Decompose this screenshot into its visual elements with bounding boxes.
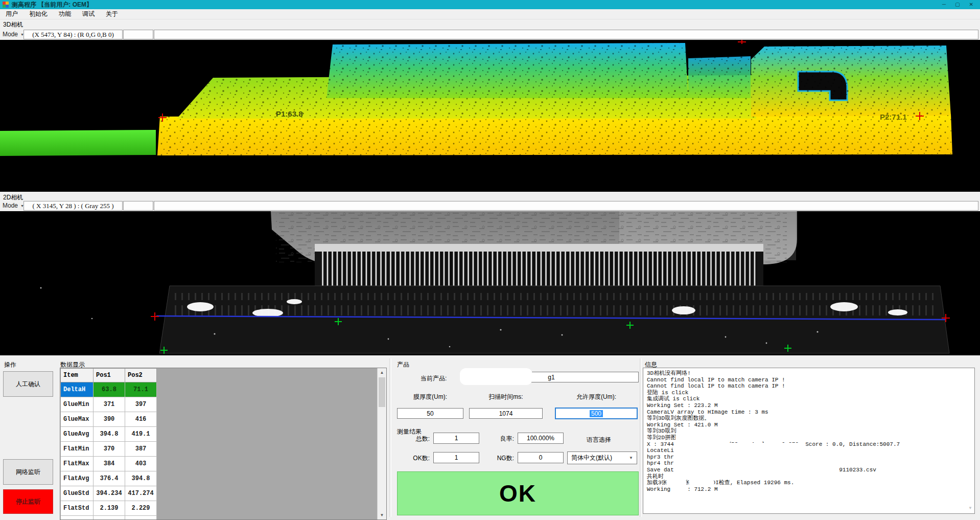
mode-dropdown-2d-label: Mode	[3, 202, 18, 209]
redaction-blob	[460, 368, 532, 385]
camera-3d-view[interactable]: P1:63.8 P2:71.1	[0, 40, 980, 192]
menubar: 用户 初始化 功能 调试 关于	[0, 9, 980, 19]
redaction-blob	[667, 479, 687, 486]
measurement-table: Item Pos1 Pos2 DeltaH 63.8 71.1 GlueMin …	[60, 368, 157, 520]
p2-measure-label: P2:71.1	[880, 112, 907, 121]
allow-thickness-label: 允许厚度(Um):	[555, 393, 638, 401]
redaction-blob	[675, 486, 688, 492]
selected-text: 500	[590, 410, 603, 417]
ok-count-label: OK数:	[401, 454, 430, 463]
redaction-blob	[810, 460, 869, 468]
menu-item-function[interactable]: 功能	[53, 10, 77, 18]
status-box-small-3d	[123, 30, 153, 39]
ng-count-field[interactable]	[518, 452, 564, 463]
table-header-row: Item Pos1 Pos2	[61, 369, 157, 382]
p1-measure-label: P1:63.8	[276, 109, 303, 118]
table-row[interactable]: FlatMin 370 387	[61, 442, 157, 457]
table-row[interactable]: X 2583.5 7966.7	[61, 516, 157, 520]
film-thickness-field[interactable]	[397, 408, 463, 419]
section-divider	[640, 358, 642, 517]
table-row[interactable]: FlatMax 384 403	[61, 457, 157, 471]
result-status-text: OK	[499, 480, 536, 507]
stop-listen-button[interactable]: 停止监听	[3, 489, 53, 514]
yield-field[interactable]	[518, 433, 564, 444]
table-row[interactable]: DeltaH 63.8 71.1	[61, 382, 157, 397]
table-row[interactable]: GlueMax 390 416	[61, 412, 157, 427]
scroll-down-icon[interactable]: ▼	[968, 506, 972, 510]
manual-confirm-button[interactable]: 人工确认	[3, 371, 53, 397]
table-row[interactable]: GlueMin 371 397	[61, 397, 157, 412]
mode-dropdown-2d[interactable]: Mode ▼	[3, 202, 24, 209]
redaction-blob	[691, 479, 714, 486]
status-box-long-3d	[154, 30, 978, 39]
maximize-button[interactable]: ▢	[955, 0, 960, 9]
language-selected-value: 简体中文(默认)	[571, 454, 612, 462]
scroll-up-icon[interactable]: ▲	[378, 368, 386, 377]
heightmap-left-strip	[0, 130, 156, 156]
ng-count-label: NG数:	[484, 454, 514, 463]
application-window: 测高程序 【当前用户: OEM】 ─ ▢ ✕ 用户 初始化 功能 调试 关于 3…	[0, 0, 980, 520]
pixel-status-2d: ( X 3145, Y 28 ) : ( Gray 255 )	[24, 201, 123, 211]
scrollbar-thumb[interactable]	[379, 377, 385, 407]
window-title: 测高程序 【当前用户: OEM】	[12, 1, 92, 9]
language-select-label: 语言选择	[587, 436, 611, 444]
language-select-dropdown[interactable]: 简体中文(默认) ▼	[567, 451, 637, 464]
window-controls: ─ ▢ ✕	[942, 0, 977, 9]
menu-item-user[interactable]: 用户	[0, 10, 24, 18]
menu-item-about[interactable]: 关于	[100, 10, 124, 18]
scan-time-field[interactable]	[469, 408, 543, 419]
status-box-small-2d	[123, 201, 153, 211]
mode-dropdown-3d[interactable]: Mode ▼	[3, 31, 24, 38]
camera-3d-label: 3D相机	[3, 20, 23, 29]
control-area: 操作 人工确认 网络监听 停止监听 数据显示 Item Pos1 Pos2 De…	[0, 355, 980, 520]
section-divider	[389, 358, 391, 517]
network-listen-button[interactable]: 网络监听	[3, 459, 53, 485]
heightmap-3d-image: P1:63.8 P2:71.1	[0, 40, 980, 192]
grayscale-2d-image	[0, 211, 980, 355]
table-row[interactable]: FlatAvg 376.4 394.8	[61, 471, 157, 486]
minimize-button[interactable]: ─	[942, 0, 946, 9]
mode-bar-2d: Mode ▼ ( X 3145, Y 28 ) : ( Gray 255 )	[0, 200, 980, 211]
pixel-status-3d: (X 5473, Y 84) : (R 0,G 0,B 0)	[24, 30, 123, 39]
data-grid[interactable]: Item Pos1 Pos2 DeltaH 63.8 71.1 GlueMin …	[60, 368, 387, 520]
mode-bar-3d: Mode ▼ (X 5473, Y 84) : (R 0,G 0,B 0)	[0, 29, 980, 40]
yield-label: 良率:	[484, 435, 514, 443]
film-thickness-label: 膜厚度(Um):	[397, 393, 463, 401]
log-line: 登陆 is click	[647, 390, 974, 396]
log-line: Working t : 712.2 M	[647, 486, 974, 493]
product-group-label: 产品	[397, 360, 409, 369]
table-row[interactable]: FlatStd 2.139 2.229	[61, 501, 157, 516]
log-line: CameraLV array to HImage time : 3 ms	[647, 409, 974, 416]
log-line: Cannot find local IP to match camera IP …	[647, 377, 974, 383]
ok-count-field[interactable]	[433, 452, 479, 463]
total-count-field[interactable]	[433, 433, 479, 444]
log-line: Working Set : 223.2 M	[647, 402, 974, 409]
menu-item-debug[interactable]: 调试	[77, 10, 100, 18]
scan-time-label: 扫描时间ms:	[469, 393, 543, 401]
close-button[interactable]: ✕	[969, 0, 973, 9]
log-line: 等到3D取到灰度图数据。	[647, 415, 974, 422]
status-box-long-2d	[154, 201, 978, 211]
current-product-label: 当前产品:	[421, 374, 447, 383]
allow-thickness-field[interactable]: 500	[555, 408, 638, 419]
app-icon	[3, 2, 9, 8]
total-count-label: 总数:	[401, 435, 430, 443]
table-scrollbar[interactable]: ▲ ▼	[377, 368, 386, 519]
titlebar: 测高程序 【当前用户: OEM】 ─ ▢ ✕	[0, 0, 980, 9]
log-line: 3D相机没有网络!	[647, 370, 974, 377]
table-row[interactable]: GlueAvg 394.8 419.1	[61, 427, 157, 442]
redaction-blob	[679, 443, 811, 474]
log-line: Cannot find local IP to match camera IP …	[647, 383, 974, 390]
table-row[interactable]: GlueStd 394.234 417.274	[61, 486, 157, 501]
log-line: Working Set : 421.0 M	[647, 422, 974, 428]
operation-group-label: 操作	[4, 360, 16, 369]
result-status-box: OK	[397, 471, 639, 515]
scroll-down-icon[interactable]: ▼	[378, 511, 386, 519]
mode-dropdown-3d-label: Mode	[3, 31, 18, 38]
combo-arrow-icon: ▼	[629, 456, 633, 460]
camera-2d-view[interactable]	[0, 211, 980, 355]
menu-item-init[interactable]: 初始化	[24, 10, 53, 18]
log-line: 集成调试 is click	[647, 396, 974, 402]
